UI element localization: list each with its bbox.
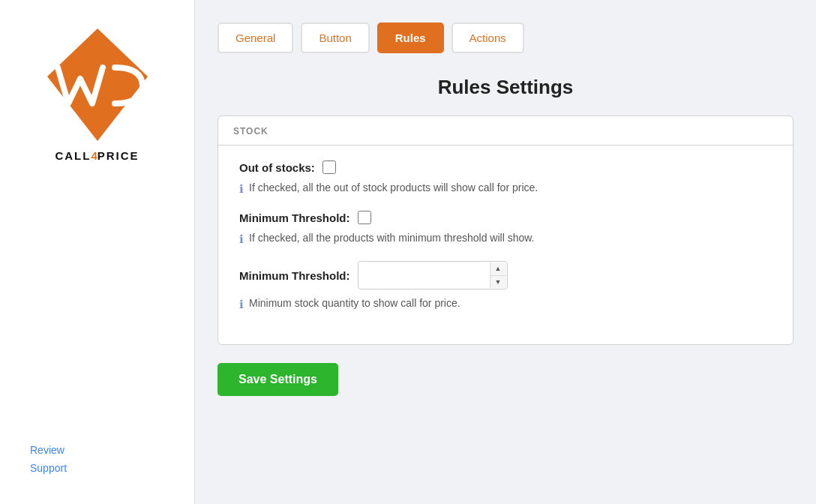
page-title: Rules Settings (218, 76, 794, 99)
sidebar-link-support[interactable]: Support (30, 462, 67, 474)
out-of-stocks-label: Out of stocks: (239, 161, 315, 174)
min-threshold-check-label: Minimum Threshold: (239, 212, 350, 224)
out-of-stocks-info-text: If checked, all the out of stock product… (249, 182, 538, 194)
out-of-stocks-row: Out of stocks: (239, 160, 772, 174)
tabs-container: General Button Rules Actions (218, 22, 794, 53)
tab-button[interactable]: Button (301, 22, 369, 53)
min-threshold-value-info-row: ℹ Minimum stock quantity to show call fo… (239, 297, 772, 311)
min-threshold-check-row: Minimum Threshold: (239, 211, 772, 224)
min-threshold-value-info-text: Minimum stock quantity to show call for … (249, 297, 460, 309)
sidebar-link-review[interactable]: Review (30, 444, 64, 456)
min-threshold-input[interactable] (358, 261, 508, 290)
main-content: General Button Rules Actions Rules Setti… (195, 0, 816, 504)
tab-actions[interactable]: Actions (452, 22, 524, 53)
logo-icon (41, 22, 154, 150)
card-header: STOCK (218, 116, 793, 146)
card-section-label: STOCK (233, 126, 268, 136)
info-icon-2: ℹ (239, 232, 244, 246)
spinner-down-button[interactable]: ▼ (490, 276, 506, 289)
logo-container: CALL4PRICE (41, 22, 154, 163)
sidebar: CALL4PRICE Review Support (0, 0, 195, 504)
min-threshold-input-wrapper: ▲ ▼ (358, 261, 508, 290)
min-threshold-value-row: Minimum Threshold: ▲ ▼ (239, 261, 772, 290)
min-threshold-check-info-row: ℹ If checked, all the products with mini… (239, 232, 772, 246)
rules-card: STOCK Out of stocks: ℹ If checked, all t… (218, 116, 794, 345)
info-icon-1: ℹ (239, 182, 244, 196)
out-of-stocks-info-row: ℹ If checked, all the out of stock produ… (239, 182, 772, 196)
info-icon-3: ℹ (239, 298, 244, 311)
tab-general[interactable]: General (218, 22, 293, 53)
spinner-buttons: ▲ ▼ (490, 262, 506, 288)
spinner-up-button[interactable]: ▲ (490, 262, 506, 276)
tab-rules[interactable]: Rules (377, 22, 444, 53)
min-threshold-value-label: Minimum Threshold: (239, 269, 350, 282)
out-of-stocks-checkbox[interactable] (322, 160, 336, 174)
save-settings-button[interactable]: Save Settings (218, 363, 338, 396)
min-threshold-check-info-text: If checked, all the products with minimu… (249, 232, 535, 244)
min-threshold-checkbox[interactable] (358, 211, 371, 224)
card-body: Out of stocks: ℹ If checked, all the out… (218, 160, 793, 311)
sidebar-links: Review Support (15, 444, 179, 474)
